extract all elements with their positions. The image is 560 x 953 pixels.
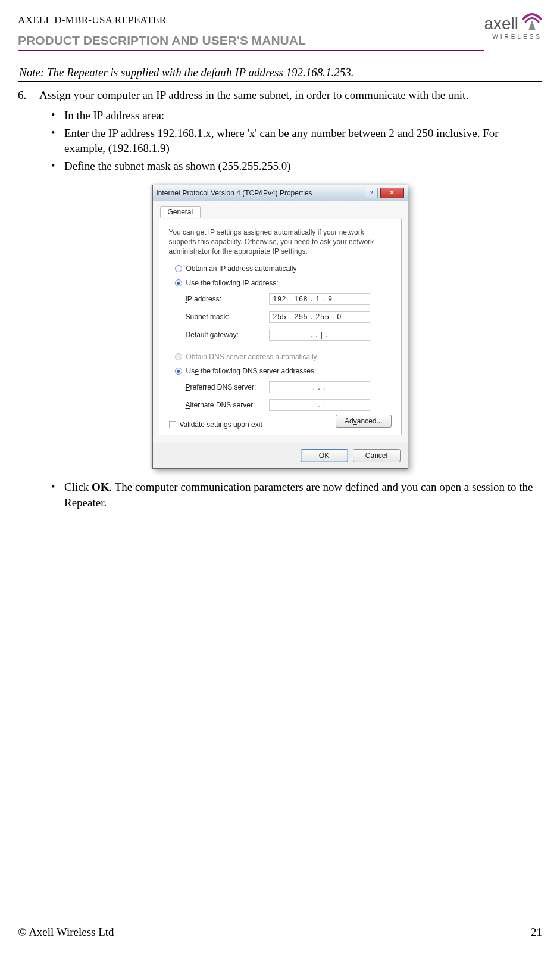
radio-dns-manual[interactable] [175,368,182,375]
antenna-icon [522,13,542,35]
post-bullets: Click OK. The computer communication par… [51,479,542,510]
step-number: 6. [18,89,31,102]
dialog-title: Internet Protocol Version 4 (TCP/IPv4) P… [157,189,365,197]
list-item: In the IP address area: [51,108,542,123]
validate-label: Validate settings upon exit [180,421,262,429]
radio-label: Obtain an IP address automatically [186,264,297,273]
gateway-label: Default gateway: [186,331,269,339]
radio-dns-auto [175,353,182,360]
dialog-description: You can get IP settings assigned automat… [169,228,392,257]
radio-ip-auto[interactable] [175,265,182,272]
ipv4-properties-dialog: Internet Protocol Version 4 (TCP/IPv4) P… [152,185,408,469]
brand-logo: axell WIRELESS [484,13,542,40]
instruction-bullets: In the IP address area: Enter the IP add… [51,108,542,174]
ok-button[interactable]: OK [301,449,348,462]
radio-label: Use the following IP address: [186,279,279,287]
alt-dns-field[interactable]: . . . [269,399,370,411]
subnet-label: Subnet mask: [186,313,269,321]
help-icon[interactable]: ? [365,188,378,198]
ip-address-label: IP address: [186,295,269,303]
radio-ip-manual[interactable] [175,279,182,286]
brand-name: axell [484,14,518,33]
radio-label: Use the following DNS server addresses: [186,367,317,375]
subnet-field[interactable]: 255 . 255 . 255 . 0 [269,311,370,323]
tab-general[interactable]: General [160,206,201,218]
close-icon[interactable]: ✕ [380,188,404,198]
doc-title: AXELL D-MBR-USA REPEATER [18,14,484,26]
list-item: Click OK. The computer communication par… [51,479,542,510]
copyright: © Axell Wireless Ltd [18,926,114,939]
alt-dns-label: Alternate DNS server: [186,401,269,409]
step-text: Assign your computer an IP address in th… [39,89,468,102]
note-box: Note: The Repeater is supplied with the … [18,64,542,82]
ip-address-field[interactable]: 192 . 168 . 1 . 9 [269,293,370,305]
brand-sub: WIRELESS [484,33,542,40]
cancel-button[interactable]: Cancel [353,449,401,462]
list-item: Enter the IP address 192.168.1.x, where … [51,126,542,156]
advanced-button[interactable]: Advanced... [336,415,391,428]
section-heading: PRODUCT DESCRIPTION AND USER'S MANUAL [18,33,484,51]
validate-checkbox[interactable] [169,421,176,428]
gateway-field[interactable]: . . | . [269,329,370,341]
pref-dns-field[interactable]: . . . [269,381,370,393]
page-number: 21 [531,926,542,939]
radio-label: Obtain DNS server address automatically [186,353,317,361]
pref-dns-label: Preferred DNS server: [186,383,269,391]
list-item: Define the subnet mask as shown (255.255… [51,158,542,174]
